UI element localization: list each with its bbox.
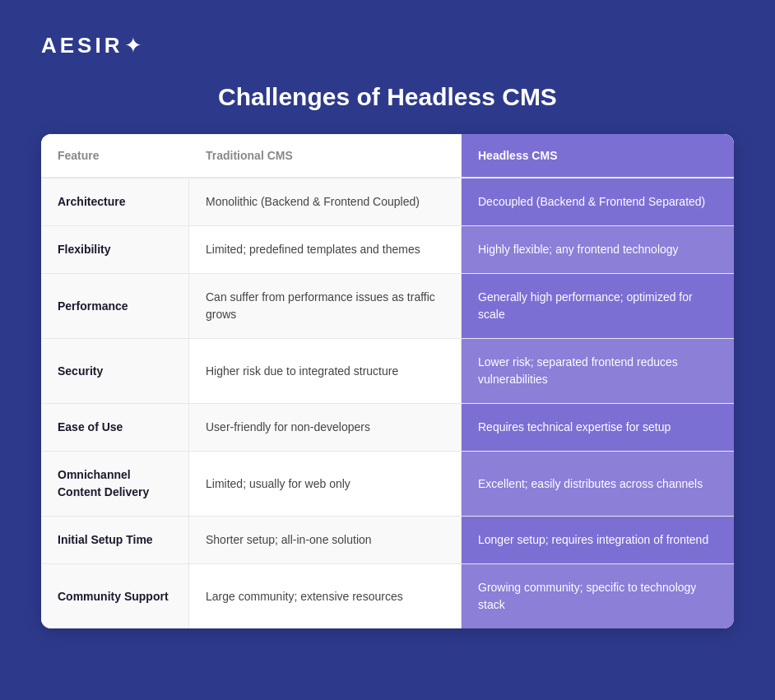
table-row: Flexibility Limited; predefined template… bbox=[41, 226, 734, 274]
table-row: Architecture Monolithic (Backend & Front… bbox=[41, 178, 734, 226]
cell-traditional: Monolithic (Backend & Frontend Coupled) bbox=[189, 178, 462, 225]
page-wrapper: AESIR✦ Challenges of Headless CMS Featur… bbox=[0, 0, 775, 700]
cell-traditional: User-friendly for non-developers bbox=[189, 404, 462, 451]
cell-headless: Excellent; easily distributes across cha… bbox=[462, 452, 734, 516]
logo-area: AESIR✦ bbox=[41, 33, 734, 58]
cell-headless: Highly flexible; any frontend technology bbox=[462, 226, 734, 273]
cell-headless: Longer setup; requires integration of fr… bbox=[462, 517, 734, 563]
cell-feature: Initial Setup Time bbox=[41, 517, 189, 563]
table-row: Security Higher risk due to integrated s… bbox=[41, 339, 734, 404]
cell-feature: Ease of Use bbox=[41, 404, 189, 451]
page-title: Challenges of Headless CMS bbox=[41, 83, 734, 111]
table-row: Initial Setup Time Shorter setup; all-in… bbox=[41, 517, 734, 564]
cell-headless: Lower risk; separated frontend reduces v… bbox=[462, 339, 734, 403]
header-headless: Headless CMS bbox=[462, 134, 734, 177]
cell-headless: Requires technical expertise for setup bbox=[462, 404, 734, 451]
cell-headless: Generally high performance; optimized fo… bbox=[462, 274, 734, 338]
cell-traditional: Shorter setup; all-in-one solution bbox=[189, 517, 462, 563]
logo-text: AESIR bbox=[41, 33, 123, 58]
cell-traditional: Large community; extensive resources bbox=[189, 564, 462, 628]
cell-headless: Decoupled (Backend & Frontend Separated) bbox=[462, 178, 734, 225]
comparison-table: Feature Traditional CMS Headless CMS Arc… bbox=[41, 134, 734, 628]
cell-feature: Flexibility bbox=[41, 226, 189, 273]
cell-feature: Omnichannel Content Delivery bbox=[41, 452, 189, 516]
cell-feature: Community Support bbox=[41, 564, 189, 628]
cell-traditional: Higher risk due to integrated structure bbox=[189, 339, 462, 403]
table-row: Ease of Use User-friendly for non-develo… bbox=[41, 404, 734, 452]
cell-feature: Architecture bbox=[41, 178, 189, 225]
cell-traditional: Can suffer from performance issues as tr… bbox=[189, 274, 462, 338]
logo: AESIR✦ bbox=[41, 33, 734, 58]
cell-headless: Growing community; specific to technolog… bbox=[462, 564, 734, 628]
table-row: Community Support Large community; exten… bbox=[41, 564, 734, 628]
cell-traditional: Limited; predefined templates and themes bbox=[189, 226, 462, 273]
cell-traditional: Limited; usually for web only bbox=[189, 452, 462, 516]
cell-feature: Security bbox=[41, 339, 189, 403]
table-row: Omnichannel Content Delivery Limited; us… bbox=[41, 452, 734, 517]
cell-feature: Performance bbox=[41, 274, 189, 338]
table-header: Feature Traditional CMS Headless CMS bbox=[41, 134, 734, 178]
header-traditional: Traditional CMS bbox=[189, 134, 462, 177]
table-row: Performance Can suffer from performance … bbox=[41, 274, 734, 339]
header-feature: Feature bbox=[41, 134, 189, 177]
table-body: Architecture Monolithic (Backend & Front… bbox=[41, 178, 734, 628]
logo-lightning: ✦ bbox=[124, 33, 146, 58]
